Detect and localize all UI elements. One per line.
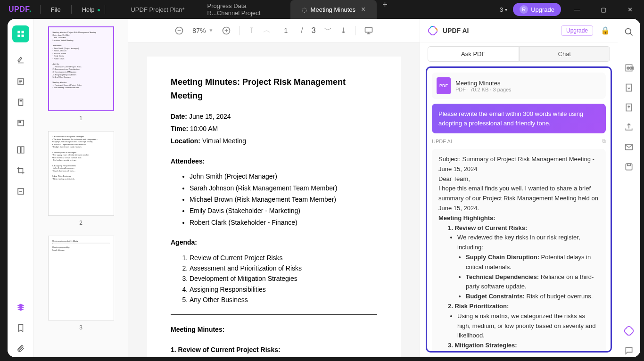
svg-text:OCR: OCR bbox=[627, 66, 634, 70]
svg-rect-13 bbox=[365, 27, 372, 32]
svg-rect-9 bbox=[21, 147, 24, 153]
convert-icon[interactable] bbox=[622, 81, 636, 94]
window-maximize-icon[interactable]: ▢ bbox=[593, 0, 614, 19]
doc-title: Meeting Minutes: Project Risk Management… bbox=[171, 75, 377, 103]
highlight-tool-icon[interactable] bbox=[12, 52, 29, 69]
svg-point-14 bbox=[626, 29, 631, 34]
ai-title: UPDF AI bbox=[443, 27, 556, 34]
tab-meeting-minutes[interactable]: ◌ Meeting Minutes × bbox=[290, 0, 377, 19]
lock-icon[interactable]: 🔒 bbox=[601, 26, 610, 35]
organize-tool-icon[interactable] bbox=[12, 141, 29, 158]
email-icon[interactable] bbox=[622, 140, 636, 154]
attachment-tool-icon[interactable] bbox=[12, 340, 29, 357]
ai-user-message: Please rewrite the email within 300 word… bbox=[432, 104, 606, 133]
zoom-out-icon[interactable] bbox=[174, 26, 184, 35]
ai-file-name: Meeting Minutes bbox=[455, 80, 512, 87]
tab-add-button[interactable]: + bbox=[377, 0, 393, 19]
ai-tab-ask-pdf[interactable]: Ask PDF bbox=[428, 46, 519, 62]
next-page-icon[interactable]: ﹀ bbox=[324, 25, 332, 35]
right-toolbar: OCR bbox=[618, 19, 640, 357]
left-toolbar bbox=[8, 19, 34, 357]
bookmark-tool-icon[interactable] bbox=[12, 320, 29, 336]
page-number-input[interactable] bbox=[279, 27, 292, 34]
save-icon[interactable] bbox=[622, 160, 636, 173]
page-total: 3 bbox=[312, 26, 316, 35]
ai-tabs: Ask PDF Chat bbox=[420, 42, 618, 62]
ai-response: Subject: Summary of Project Risk Managem… bbox=[432, 149, 606, 353]
ai-upgrade-button[interactable]: Upgrade bbox=[561, 25, 593, 36]
document-viewport[interactable]: Meeting Minutes: Project Risk Management… bbox=[128, 42, 420, 357]
svg-rect-17 bbox=[626, 84, 632, 91]
thumbnail-label: 1 bbox=[39, 115, 123, 122]
thumbnail-label: 2 bbox=[39, 220, 123, 226]
thumbnail-page-2[interactable]: 2. Assessment of Mitigation Strategies• … bbox=[39, 131, 123, 226]
pdf-file-icon: PDF bbox=[437, 77, 451, 94]
form-tool-icon[interactable] bbox=[12, 115, 29, 131]
tab-close-icon[interactable]: × bbox=[361, 5, 365, 14]
svg-rect-7 bbox=[19, 121, 20, 123]
thumbnails-tool-icon[interactable] bbox=[12, 25, 29, 42]
ai-header: UPDF AI Upgrade 🔒 bbox=[420, 19, 618, 42]
ai-tab-chat[interactable]: Chat bbox=[519, 46, 611, 62]
svg-rect-0 bbox=[17, 31, 20, 33]
comment-icon[interactable] bbox=[622, 344, 636, 357]
main-workspace: Meeting Minutes: Project Risk Management… bbox=[8, 19, 640, 357]
ai-logo-icon bbox=[428, 25, 438, 36]
notification-count[interactable]: 3 ▾ bbox=[500, 6, 507, 13]
user-avatar: R bbox=[520, 5, 528, 14]
ocr-icon[interactable]: OCR bbox=[622, 61, 636, 74]
titlebar: UPDF. File Help UPDF Project Plan* Progr… bbox=[0, 0, 644, 19]
crop-tool-icon[interactable] bbox=[12, 162, 29, 179]
tab-loading-icon: ◌ bbox=[302, 6, 307, 13]
app-logo: UPDF. bbox=[0, 5, 40, 14]
svg-rect-20 bbox=[626, 164, 632, 170]
first-page-icon[interactable]: ⤒ bbox=[248, 26, 255, 35]
tab-progress-data[interactable]: Progress Data R...Channel Project bbox=[196, 0, 290, 19]
ai-file-card[interactable]: PDF Meeting Minutes PDF · 70.2 KB · 3 pa… bbox=[432, 73, 606, 99]
upgrade-button[interactable]: R Upgrade bbox=[513, 3, 561, 16]
thumbnail-label: 3 bbox=[39, 324, 123, 331]
thumbnail-page-1[interactable]: Meeting Minutes: Project Risk Management… bbox=[39, 26, 123, 122]
menu-help[interactable]: Help bbox=[72, 6, 105, 13]
zoom-level[interactable]: 87% ▼ bbox=[192, 27, 213, 34]
window-close-icon[interactable]: ✕ bbox=[619, 0, 640, 19]
ai-conversation: PDF Meeting Minutes PDF · 70.2 KB · 3 pa… bbox=[426, 66, 612, 353]
svg-rect-1 bbox=[21, 31, 24, 33]
thumbnail-panel: Meeting Minutes: Project Risk Management… bbox=[34, 19, 128, 357]
document-page: Meeting Minutes: Project Risk Management… bbox=[147, 57, 401, 357]
prev-page-icon[interactable]: ︿ bbox=[263, 25, 271, 35]
ai-toggle-icon[interactable] bbox=[622, 324, 636, 337]
tab-project-plan[interactable]: UPDF Project Plan* bbox=[119, 0, 196, 19]
export-icon[interactable] bbox=[622, 101, 636, 114]
compress-tool-icon[interactable] bbox=[12, 183, 29, 200]
ai-response-label: UPDF AI ⧉ bbox=[432, 138, 606, 144]
document-area: 87% ▼ ⤒ ︿ / 3 ﹀ ⤓ Meeting Minutes: Proje… bbox=[128, 19, 420, 357]
presentation-icon[interactable] bbox=[364, 26, 373, 35]
window-minimize-icon[interactable]: — bbox=[567, 0, 587, 19]
page-separator: / bbox=[301, 26, 303, 35]
tab-bar: UPDF Project Plan* Progress Data R...Cha… bbox=[119, 0, 499, 19]
menu-file[interactable]: File bbox=[41, 6, 71, 13]
ai-file-meta: PDF · 70.2 KB · 3 pages bbox=[455, 87, 512, 92]
svg-rect-3 bbox=[21, 35, 24, 37]
zoom-in-icon[interactable] bbox=[222, 26, 231, 35]
last-page-icon[interactable]: ⤓ bbox=[340, 26, 347, 35]
svg-rect-21 bbox=[627, 164, 631, 165]
document-toolbar: 87% ▼ ⤒ ︿ / 3 ﹀ ⤓ bbox=[128, 19, 420, 42]
layers-tool-icon[interactable] bbox=[12, 299, 29, 316]
thumbnail-page-3[interactable]: Meeting adjourned at 11:00 AMMinutes pre… bbox=[39, 236, 123, 331]
search-icon[interactable] bbox=[622, 25, 636, 39]
svg-rect-2 bbox=[17, 35, 20, 37]
page-tool-icon[interactable] bbox=[12, 94, 29, 111]
share-icon[interactable] bbox=[622, 121, 636, 134]
svg-rect-8 bbox=[17, 147, 20, 153]
ai-panel: UPDF AI Upgrade 🔒 Ask PDF Chat PDF Meeti… bbox=[420, 19, 618, 357]
copy-icon[interactable]: ⧉ bbox=[602, 138, 606, 144]
text-tool-icon[interactable] bbox=[12, 73, 29, 90]
